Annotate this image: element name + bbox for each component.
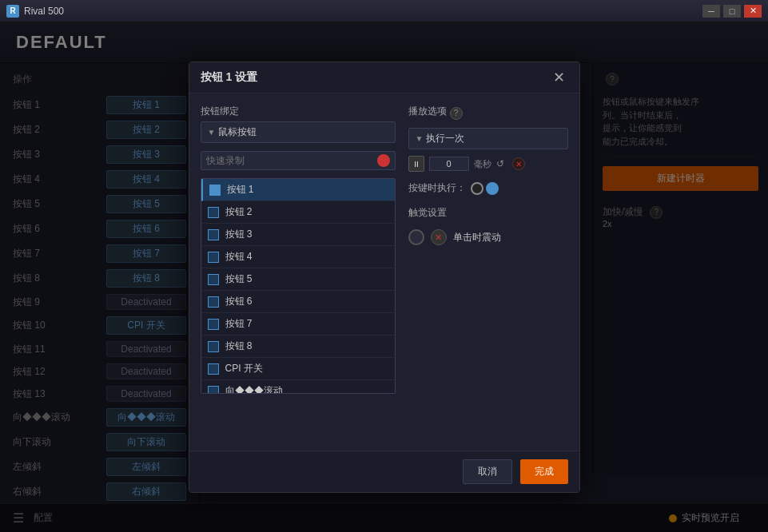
minimize-button[interactable]: ─ [702, 5, 720, 18]
button-list-item[interactable]: 按钮 7 [201, 313, 395, 335]
confirm-button[interactable]: 完成 [520, 459, 568, 484]
close-button[interactable]: ✕ [744, 5, 762, 18]
button-checkbox [209, 185, 221, 196]
refresh-button[interactable]: ↺ [496, 158, 504, 169]
button-list-item[interactable]: 按钮 2 [201, 201, 395, 224]
button-checkbox [208, 296, 219, 308]
playback-dropdown[interactable]: ▼ 执行一次 [408, 128, 568, 149]
app-title: Rival 500 [24, 6, 702, 17]
modal-header: 按钮 1 设置 ✕ [189, 62, 579, 93]
modal-dialog: 按钮 1 设置 ✕ 按钮绑定 ▼ 鼠标按钮 [189, 62, 580, 493]
playback-label: 播放选项 [408, 105, 447, 118]
button-item-label: 按钮 1 [227, 183, 388, 197]
playback-section: 播放选项 ? ▼ 执行一次 ⏸ 毫秒 ↺ ✕ 按键 [408, 105, 568, 198]
haptic-section: 触觉设置 ✕ 单击时震动 [408, 206, 568, 245]
playback-dropdown-text: 执行一次 [426, 132, 560, 145]
toggle-circle-right [486, 182, 499, 195]
button-item-label: 按钮 5 [225, 272, 388, 286]
haptic-label: 触觉设置 [408, 206, 568, 220]
button-list-item[interactable]: 按钮 8 [201, 335, 395, 358]
record-input[interactable] [206, 155, 372, 166]
record-button[interactable] [377, 154, 390, 167]
button-list-item[interactable]: 按钮 4 [201, 246, 395, 268]
button-checkbox [208, 319, 219, 330]
cancel-button[interactable]: 取消 [463, 459, 512, 484]
haptic-text: 单击时震动 [453, 231, 501, 244]
button-list-item[interactable]: 按钮 5 [201, 268, 395, 291]
execute-toggle[interactable] [471, 182, 499, 195]
button-list: 按钮 1按钮 2按钮 3按钮 4按钮 5按钮 6按钮 7按钮 8CPI 开关向◆… [201, 178, 396, 394]
modal-overlay: 按钮 1 设置 ✕ 按钮绑定 ▼ 鼠标按钮 [0, 22, 768, 532]
button-list-item[interactable]: 向◆◆◆滚动 [201, 380, 395, 394]
button-item-label: 向◆◆◆滚动 [225, 384, 388, 394]
haptic-control: ✕ 单击时震动 [408, 229, 568, 245]
clear-button[interactable]: ✕ [512, 157, 525, 170]
toggle-circle-left [471, 182, 483, 195]
button-checkbox [208, 274, 219, 285]
haptic-x-button[interactable]: ✕ [431, 229, 447, 245]
button-checkbox [208, 252, 219, 263]
modal-footer: 取消 完成 [189, 451, 579, 492]
button-item-label: 按钮 6 [225, 295, 388, 308]
haptic-circle [408, 229, 424, 245]
button-checkbox [208, 341, 219, 352]
dropdown-arrow-icon: ▼ [208, 128, 216, 137]
modal-right-panel: 播放选项 ? ▼ 执行一次 ⏸ 毫秒 ↺ ✕ 按键 [408, 105, 568, 439]
ms-label: 毫秒 [474, 158, 491, 170]
button-checkbox [208, 386, 219, 395]
button-checkbox [208, 229, 219, 240]
playback-dropdown-arrow-icon: ▼ [416, 134, 424, 143]
button-item-label: 按钮 4 [225, 250, 388, 264]
modal-left-panel: 按钮绑定 ▼ 鼠标按钮 按钮 1按钮 2按钮 3按钮 4按钮 5按钮 6按钮 7… [201, 105, 396, 439]
record-bar [201, 151, 396, 170]
button-item-label: 按钮 7 [225, 317, 388, 331]
execute-label: 按键时执行： [408, 181, 466, 195]
execute-row: 按键时执行： [408, 178, 568, 198]
binding-section: 按钮绑定 ▼ 鼠标按钮 [201, 105, 396, 143]
button-item-label: 按钮 2 [225, 205, 388, 219]
binding-dropdown-text: 鼠标按钮 [218, 125, 388, 139]
maximize-button[interactable]: □ [723, 5, 741, 18]
button-list-item[interactable]: 按钮 6 [201, 291, 395, 313]
binding-label: 按钮绑定 [201, 105, 396, 118]
window-controls: ─ □ ✕ [702, 5, 762, 18]
ms-input[interactable] [429, 157, 469, 171]
button-item-label: 按钮 3 [225, 228, 388, 241]
pause-button[interactable]: ⏸ [408, 156, 424, 172]
binding-dropdown[interactable]: ▼ 鼠标按钮 [201, 121, 396, 143]
title-bar: R Rival 500 ─ □ ✕ [0, 0, 768, 22]
button-list-item[interactable]: 按钮 3 [201, 224, 395, 246]
button-list-item[interactable]: CPI 开关 [201, 358, 395, 380]
modal-title: 按钮 1 设置 [201, 70, 258, 85]
button-item-label: CPI 开关 [225, 362, 388, 375]
button-checkbox [208, 363, 219, 375]
app-icon: R [6, 5, 19, 18]
playback-timing-row: ⏸ 毫秒 ↺ ✕ [408, 156, 568, 172]
playback-help-button[interactable]: ? [450, 107, 463, 120]
button-item-label: 按钮 8 [225, 339, 388, 353]
modal-close-button[interactable]: ✕ [550, 70, 568, 85]
button-checkbox [208, 207, 219, 218]
modal-body: 按钮绑定 ▼ 鼠标按钮 按钮 1按钮 2按钮 3按钮 4按钮 5按钮 6按钮 7… [189, 93, 579, 451]
button-list-item[interactable]: 按钮 1 [201, 179, 395, 201]
